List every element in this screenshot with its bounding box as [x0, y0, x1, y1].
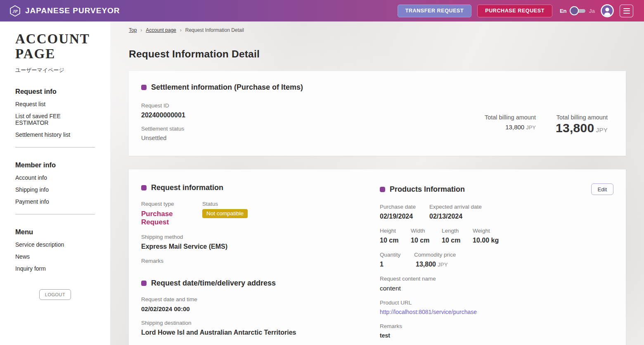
sidebar-item-fee-estimator[interactable]: List of saved FEE ESTIMATOR	[15, 113, 95, 126]
width-label: Width	[411, 228, 442, 234]
request-type-status-row: Request type Purchase Request Status Not…	[141, 201, 380, 234]
amount-text: 13,800	[556, 121, 594, 135]
products-info-column: Products Information Edit Purchase date …	[380, 183, 613, 345]
request-datetime-field: Request date and time 02/02/2024 00:00	[141, 296, 380, 312]
dates-row: Purchase date 02/19/2024 Expected arriva…	[380, 204, 613, 228]
transfer-request-button[interactable]: TRANSFER REQUEST	[398, 5, 472, 17]
products-information-header: Products Information Edit	[380, 183, 613, 195]
request-datetime-heading: Request date/time/delivery address	[141, 279, 380, 288]
shipping-destination-label: Shipping destination	[141, 320, 380, 326]
height-field: Height 10 cm	[380, 228, 411, 244]
settlement-status-value: Unsettled	[141, 135, 613, 141]
weight-field: Weight 10.00 kg	[473, 228, 499, 244]
breadcrumb-account-page[interactable]: Account page	[146, 27, 176, 33]
weight-label: Weight	[473, 228, 499, 234]
quantity-value: 1	[380, 261, 414, 268]
sidebar-subtitle: ユーザーマイページ	[15, 67, 95, 74]
sidebar-item-service-description[interactable]: Service description	[15, 241, 95, 248]
status-field: Status Not compatible	[202, 201, 248, 226]
total-billing-value: 13,800JPY	[485, 124, 536, 131]
brand-home-link[interactable]: JP JAPANESE PURVEYOR	[9, 5, 120, 17]
shipping-method-label: Shipping method	[141, 234, 380, 240]
remarks-field: Remarks	[141, 258, 380, 264]
products-remarks-value: test	[380, 332, 613, 339]
sidebar-item-news[interactable]: News	[15, 253, 95, 260]
request-info-column: Request information Request type Purchas…	[141, 183, 380, 345]
lang-ja-label: Ja	[589, 8, 595, 14]
width-value: 10 cm	[411, 237, 442, 244]
request-information-heading: Request information	[141, 183, 380, 192]
request-type-label: Request type	[141, 201, 202, 207]
request-content-name-field: Request content name content	[380, 276, 613, 292]
shipping-method-value: Express Mail Service (EMS)	[141, 243, 380, 250]
quantity-label: Quantity	[380, 252, 414, 258]
request-type-value: Purchase Request	[141, 210, 202, 226]
sidebar-item-shipping-info[interactable]: Shipping info	[15, 186, 95, 193]
header-actions: TRANSFER REQUEST PURCHASE REQUEST En Ja	[398, 4, 633, 17]
purchase-date-label: Purchase date	[380, 204, 429, 210]
section-bullet-icon	[380, 187, 385, 192]
brand-monogram: JP	[12, 9, 17, 14]
section-bullet-icon	[141, 85, 147, 90]
quantity-price-row: Quantity 1 Commodity price 13,800JPY	[380, 252, 613, 276]
breadcrumb: Top › Account page › Request Information…	[129, 27, 626, 33]
commodity-price-field: Commodity price 13,800JPY	[414, 252, 456, 268]
weight-value: 10.00 kg	[473, 237, 499, 244]
request-information-heading-text: Request information	[151, 183, 223, 192]
language-toggle: En Ja	[560, 6, 595, 15]
products-information-heading: Products Information	[380, 185, 465, 194]
sidebar-item-request-list[interactable]: Request list	[15, 101, 95, 107]
product-url-field: Product URL http://localhost:8081/servic…	[380, 300, 613, 316]
amount-text: 13,800	[416, 261, 436, 268]
request-detail-card: Request information Request type Purchas…	[129, 169, 626, 345]
request-type-field: Request type Purchase Request	[141, 201, 202, 226]
logout-button[interactable]: LOGOUT	[39, 289, 71, 300]
brand-logo-icon: JP	[9, 5, 21, 17]
sidebar-heading-menu: Menu	[15, 228, 95, 236]
sidebar-item-settlement-history[interactable]: Settlement history list	[15, 131, 95, 138]
menu-button[interactable]	[620, 5, 633, 17]
section-bullet-icon	[141, 281, 147, 286]
total-billing-amount-sub: Total billing amount 13,800JPY	[485, 114, 536, 131]
length-value: 10 cm	[442, 237, 473, 244]
quantity-field: Quantity 1	[380, 252, 414, 268]
billing-totals: Total billing amount 13,800JPY Total bil…	[485, 114, 608, 135]
account-avatar-button[interactable]	[601, 4, 614, 17]
settlement-section-heading: Settlement information (Purchase of Item…	[141, 83, 613, 92]
shipping-destination-field: Shipping destination Lord Howe Isl and A…	[141, 320, 380, 336]
purchase-date-field: Purchase date 02/19/2024	[380, 204, 429, 220]
total-billing-label: Total billing amount	[485, 114, 536, 121]
length-field: Length 10 cm	[442, 228, 473, 244]
breadcrumb-top[interactable]: Top	[129, 27, 137, 33]
purchase-date-value: 02/19/2024	[380, 213, 429, 220]
sidebar-item-inquiry-form[interactable]: Inquiry form	[15, 265, 95, 272]
app-header: JP JAPANESE PURVEYOR TRANSFER REQUEST PU…	[0, 0, 644, 21]
switch-knob	[570, 6, 579, 15]
shipping-destination-value: Lord Howe Isl and Australian Antarctic T…	[141, 329, 380, 336]
status-label: Status	[202, 201, 248, 207]
expected-arrival-label: Expected arrival date	[429, 204, 482, 210]
chevron-right-icon: ›	[140, 27, 142, 33]
sidebar-item-payment-info[interactable]: Payment info	[15, 198, 95, 205]
sidebar-item-account-info[interactable]: Account info	[15, 174, 95, 181]
edit-button[interactable]: Edit	[591, 183, 613, 195]
length-label: Length	[442, 228, 473, 234]
request-datetime-value: 02/02/2024 00:00	[141, 305, 380, 312]
request-datetime-label: Request date and time	[141, 296, 380, 302]
request-content-name-value: content	[380, 285, 613, 292]
commodity-price-value: 13,800JPY	[414, 261, 456, 268]
sidebar-divider	[15, 147, 95, 148]
language-switch[interactable]	[570, 6, 586, 15]
dimensions-row: Height 10 cm Width 10 cm Length 10 cm We…	[380, 228, 613, 252]
currency-text: JPY	[526, 124, 536, 131]
request-id-label: Request ID	[141, 102, 613, 109]
expected-arrival-value: 02/13/2024	[429, 213, 482, 220]
request-content-name-label: Request content name	[380, 276, 613, 282]
height-label: Height	[380, 228, 411, 234]
product-url-link[interactable]: http://localhost:8081/service/purchase	[380, 309, 477, 315]
sidebar-heading-member-info: Member info	[15, 161, 95, 169]
purchase-request-button[interactable]: PURCHASE REQUEST	[477, 5, 552, 17]
shipping-method-field: Shipping method Express Mail Service (EM…	[141, 234, 380, 250]
section-bullet-icon	[141, 185, 147, 190]
product-url-label: Product URL	[380, 300, 613, 306]
